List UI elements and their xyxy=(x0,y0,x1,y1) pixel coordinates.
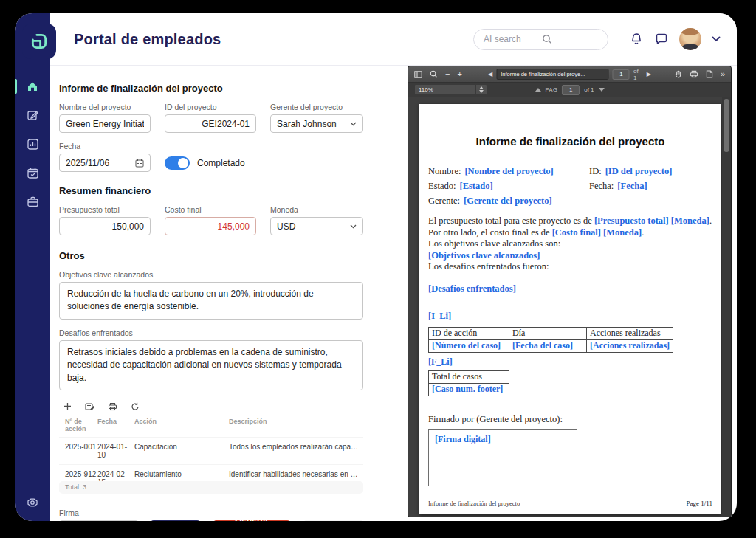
date-field: Fecha 2025/11/06 xyxy=(59,142,151,172)
sidebar-item-home[interactable] xyxy=(15,75,50,97)
pdf-scrollbar[interactable] xyxy=(722,97,731,517)
financial-title: Resumen financiero xyxy=(59,185,363,196)
more-tools-icon[interactable]: » xyxy=(721,70,725,78)
pdf-toolbar-main: − + ◀ Informe de finalización del proye.… xyxy=(408,66,731,83)
calendar-icon[interactable] xyxy=(135,159,144,168)
notifications-button[interactable] xyxy=(629,32,644,46)
pdf-document-area: Informe de finalización del proyecto Nom… xyxy=(408,97,731,517)
header-actions: AI search xyxy=(473,28,737,50)
chevron-down-icon xyxy=(712,36,721,42)
print-button[interactable] xyxy=(108,402,117,411)
app-logo[interactable] xyxy=(22,24,56,59)
budget-field: Presupuesto total 150,000 xyxy=(59,205,151,235)
manager-select[interactable]: Sarah Johnson xyxy=(270,114,363,133)
date-input[interactable]: 2025/11/06 xyxy=(59,154,151,172)
signature-pad[interactable] xyxy=(59,520,139,521)
briefcase-icon xyxy=(27,196,39,208)
col-header-fecha: Fecha xyxy=(97,418,134,432)
sidebar-item-settings[interactable] xyxy=(15,496,50,509)
pdf-actions-table: ID de acción Día Acciones realizadas [Nú… xyxy=(428,327,673,353)
ai-search-input[interactable]: AI search xyxy=(473,29,608,50)
pdf-doc-heading: Informe de finalización del proyecto xyxy=(428,135,712,148)
messages-button[interactable] xyxy=(654,32,669,46)
actions-table: Nº de acción Fecha Acción Descripción 20… xyxy=(59,413,363,494)
project-name-label: Nombre del proyecto xyxy=(59,103,151,111)
pdf-page-of: of 1 xyxy=(633,68,643,81)
hand-tool-icon[interactable] xyxy=(674,70,682,78)
form-actions: Enviar Generar informe en PDF Cancelar xyxy=(151,520,363,521)
pdf-signature-box: [Firma digital] xyxy=(428,429,577,486)
generate-pdf-button[interactable]: Generar informe en PDF xyxy=(213,520,291,521)
zoom-level-select[interactable]: 110% xyxy=(414,84,487,95)
form-title: Informe de finalización del proyecto xyxy=(59,83,363,94)
scrollbar-thumb[interactable] xyxy=(724,99,729,152)
user-avatar[interactable] xyxy=(679,28,701,50)
download-doc-icon[interactable] xyxy=(706,70,713,78)
pag-label: PAG xyxy=(545,86,557,93)
table-row[interactable]: 2025-912 2024-02-15 Reclutamiento Identi… xyxy=(59,464,363,483)
objectives-textarea[interactable]: Reducción de la huella de carbono en un … xyxy=(59,282,363,320)
pdf-toolbar-secondary: 110% PAG 1 of 1 xyxy=(408,83,731,97)
sidebar-item-schedule[interactable] xyxy=(15,162,50,184)
currency-select[interactable]: USD xyxy=(270,217,363,235)
cancel-button[interactable]: Cancelar xyxy=(303,520,363,521)
challenges-textarea[interactable]: Retrasos iniciales debido a problemas en… xyxy=(59,340,363,390)
chevron-down-icon xyxy=(350,122,357,126)
challenges-field: Desafíos enfrentados Retrasos iniciales … xyxy=(59,328,363,390)
table-total: Total: 3 xyxy=(59,481,363,494)
print-icon[interactable] xyxy=(690,70,698,78)
search-icon[interactable] xyxy=(430,70,438,78)
edit-rows-button[interactable] xyxy=(85,402,94,411)
final-cost-field: Costo final 145,000 xyxy=(165,205,256,235)
add-row-button[interactable] xyxy=(63,402,72,410)
currency-field: Moneda USD xyxy=(270,205,363,235)
prev-doc-icon[interactable]: ◀ xyxy=(488,71,492,77)
project-name-input[interactable]: Green Energy Initiative xyxy=(59,114,151,133)
project-id-input[interactable]: GEI2024-01 xyxy=(165,114,256,133)
next-page-icon[interactable] xyxy=(599,88,605,92)
chevron-down-icon xyxy=(350,224,357,229)
loop-end-placeholder: [F_Li] xyxy=(428,356,712,368)
report-form: Informe de finalización del proyecto Nom… xyxy=(59,83,363,521)
calendar-check-icon xyxy=(27,167,39,179)
sidebar-item-forms[interactable] xyxy=(15,104,50,126)
pdf-signed-label: Firmado por (Gerente del proyecto): xyxy=(428,414,712,425)
budget-input[interactable]: 150,000 xyxy=(59,217,151,235)
sidebar-item-reports[interactable] xyxy=(15,133,50,155)
completed-toggle[interactable] xyxy=(165,156,190,170)
project-id-field: ID del proyecto GEI2024-01 xyxy=(165,103,256,133)
final-cost-label: Costo final xyxy=(165,205,256,214)
pag-page-of: of 1 xyxy=(584,86,594,93)
table-body: 2025-001 2024-01-10 Capacitación Todos l… xyxy=(59,437,363,483)
profile-menu-button[interactable] xyxy=(712,36,721,42)
manager-label: Gerente del proyecto xyxy=(270,103,363,111)
spinner-icon xyxy=(475,85,487,94)
pdf-page-input[interactable]: 1 xyxy=(613,69,630,80)
chart-icon xyxy=(27,138,39,151)
project-id-label: ID del proyecto xyxy=(165,103,256,111)
pag-page-input[interactable]: 1 xyxy=(562,85,580,95)
zoom-in-button[interactable]: + xyxy=(457,70,461,78)
prev-page-icon[interactable] xyxy=(535,88,540,92)
active-indicator xyxy=(15,79,17,94)
gear-icon xyxy=(26,496,39,509)
pdf-doc-title: Informe de finalización del proye... xyxy=(496,69,609,80)
sidebar-item-work[interactable] xyxy=(15,190,50,213)
toggle-sidebar-icon[interactable] xyxy=(414,71,422,78)
chat-icon xyxy=(654,32,669,46)
zoom-out-button[interactable]: − xyxy=(445,70,450,78)
next-doc-icon[interactable]: ▶ xyxy=(647,71,651,77)
pdf-paragraph: El presupuesto total para este proyecto … xyxy=(428,215,712,323)
table-row[interactable]: 2025-001 2024-01-10 Capacitación Todos l… xyxy=(59,437,363,464)
pdf-page-footer: Informe de finalización del proyecto Pag… xyxy=(428,500,712,507)
completed-field: Completado xyxy=(165,142,256,172)
challenges-label: Desafíos enfrentados xyxy=(59,328,363,337)
final-cost-input[interactable]: 145,000 xyxy=(165,217,256,235)
date-label: Fecha xyxy=(59,142,151,151)
submit-button[interactable]: Enviar xyxy=(151,520,200,521)
logo-icon xyxy=(30,32,49,51)
refresh-button[interactable] xyxy=(131,402,140,411)
pdf-page: Informe de finalización del proyecto Nom… xyxy=(419,104,721,514)
pdf-total-table: Total de casos [Caso num. footer] xyxy=(428,370,509,396)
others-title: Otros xyxy=(59,250,363,261)
